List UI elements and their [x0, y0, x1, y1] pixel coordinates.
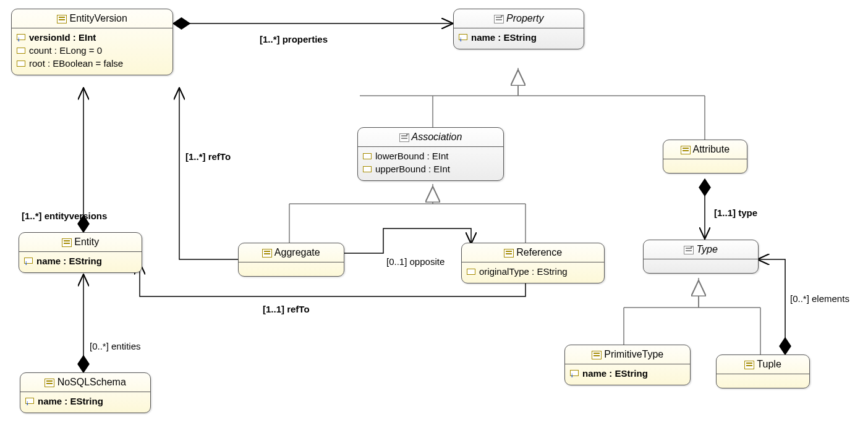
key-attr-icon	[17, 34, 25, 41]
attr-lowerbound: lowerBound : EInt	[363, 149, 498, 162]
attr-name: name : EString	[25, 395, 145, 408]
attr-icon	[363, 153, 372, 159]
class-icon	[504, 249, 514, 258]
class-nosqlschema[interactable]: NoSQLSchema name : EString	[20, 372, 151, 413]
class-name: Attribute	[692, 144, 730, 154]
class-name: EntityVersion	[70, 13, 127, 23]
attr-icon	[467, 269, 475, 275]
label-elements: [0..*] elements	[790, 293, 849, 304]
class-association[interactable]: Association lowerBound : EInt upperBound…	[357, 127, 504, 181]
class-name: Association	[412, 132, 462, 142]
attr-icon	[363, 166, 372, 172]
class-reference[interactable]: Reference originalType : EString	[461, 243, 605, 283]
class-icon	[744, 361, 754, 369]
attr-count: count : ELong = 0	[17, 44, 168, 57]
class-icon	[592, 351, 602, 359]
key-attr-icon	[570, 370, 579, 377]
attr-icon	[17, 48, 25, 54]
label-refto-reference: [1..1] refTo	[263, 304, 310, 314]
attr-name: name : EString	[24, 254, 137, 267]
class-aggregate[interactable]: Aggregate	[238, 243, 344, 277]
class-name: Entity	[74, 237, 99, 247]
class-entity[interactable]: Entity name : EString	[19, 232, 142, 273]
class-entityversion[interactable]: EntityVersion versionId : EInt count : E…	[11, 9, 173, 75]
abstract-class-icon	[684, 246, 694, 254]
label-type: [1..1] type	[714, 208, 757, 218]
class-icon	[57, 15, 67, 23]
attr-upperbound: upperBound : EInt	[363, 162, 498, 175]
class-primitivetype[interactable]: PrimitiveType name : EString	[564, 345, 691, 385]
class-attribute[interactable]: Attribute	[663, 140, 747, 174]
class-name: PrimitiveType	[604, 349, 663, 359]
class-icon	[45, 379, 54, 387]
class-title: Type	[644, 240, 758, 259]
class-title: NoSQLSchema	[20, 373, 150, 392]
class-tuple[interactable]: Tuple	[716, 354, 810, 388]
label-properties: [1..*] properties	[260, 34, 328, 44]
label-entities: [0..*] entities	[90, 341, 141, 351]
attr-originaltype: originalType : EString	[467, 265, 599, 278]
class-name: Type	[697, 244, 718, 254]
class-title: Aggregate	[239, 243, 344, 262]
attr-name: name : EString	[570, 367, 685, 380]
class-title: Reference	[462, 243, 604, 262]
class-name: Reference	[516, 247, 562, 258]
label-opposite: [0..1] opposite	[386, 256, 445, 267]
attr-versionid: versionId : EInt	[17, 31, 168, 44]
key-attr-icon	[25, 398, 34, 405]
class-name: Aggregate	[274, 247, 320, 258]
class-title: PrimitiveType	[565, 345, 690, 364]
class-title: Association	[358, 128, 503, 147]
label-entityversions: [1..*] entityversions	[22, 211, 107, 221]
class-name: NoSQLSchema	[57, 377, 126, 387]
class-title: Property	[454, 9, 584, 28]
class-name: Tuple	[757, 359, 781, 369]
class-title: EntityVersion	[12, 9, 172, 28]
class-title: Entity	[19, 233, 142, 252]
class-title: Attribute	[663, 140, 747, 159]
key-attr-icon	[459, 34, 467, 41]
label-refto-aggregate: [1..*] refTo	[185, 151, 231, 162]
class-icon	[62, 238, 72, 247]
class-icon	[262, 249, 272, 258]
abstract-class-icon	[399, 133, 409, 142]
attr-icon	[17, 61, 25, 67]
class-property[interactable]: Property name : EString	[453, 9, 584, 49]
key-attr-icon	[24, 258, 33, 265]
attr-name: name : EString	[459, 31, 579, 44]
class-icon	[681, 146, 691, 154]
class-type[interactable]: Type	[643, 240, 759, 274]
abstract-class-icon	[494, 15, 504, 23]
class-name: Property	[506, 13, 543, 23]
attr-root: root : EBoolean = false	[17, 57, 168, 70]
class-title: Tuple	[717, 355, 809, 374]
